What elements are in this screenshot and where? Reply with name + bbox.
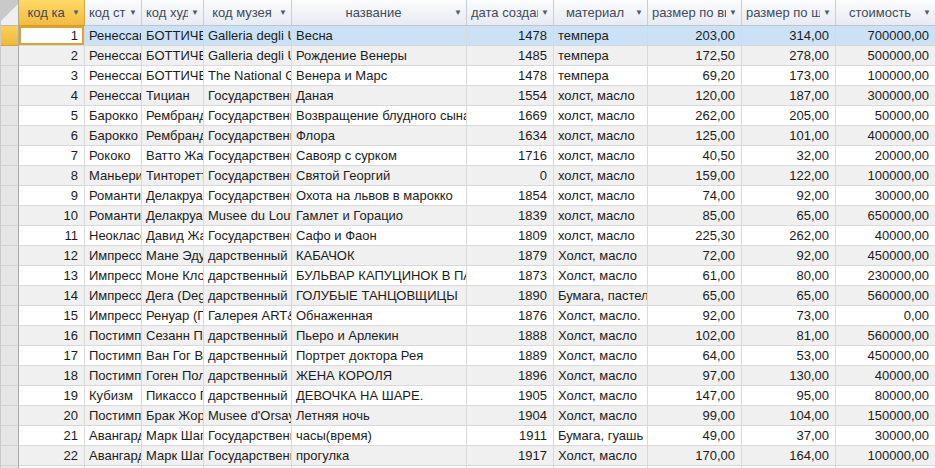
cell-material[interactable]: холст, масло	[554, 166, 648, 186]
column-header-artist[interactable]: код худ▼	[142, 0, 204, 26]
row-selector[interactable]	[1, 346, 19, 366]
cell-year[interactable]: 1839	[467, 206, 554, 226]
cell-size_w[interactable]: 73,00	[742, 306, 836, 326]
cell-price[interactable]: 100000,00	[836, 66, 935, 86]
cell-year[interactable]: 1905	[467, 386, 554, 406]
cell-size_h[interactable]: 97,00	[648, 366, 742, 386]
filter-dropdown-icon[interactable]: ▼	[632, 9, 645, 17]
cell-museum[interactable]: дарственный	[204, 266, 292, 286]
cell-title[interactable]: ГОЛУБЫЕ ТАНЦОВЩИЦЫ	[292, 286, 467, 306]
row-selector[interactable]	[1, 126, 19, 146]
cell-price[interactable]: 100000,00	[836, 446, 935, 466]
cell-style[interactable]: Постимпрессионизм	[85, 366, 142, 386]
cell-artist[interactable]: Тинторетто	[142, 166, 204, 186]
cell-title[interactable]: Сафо и Фаон	[292, 226, 467, 246]
cell-year[interactable]: 1873	[467, 266, 554, 286]
cell-id[interactable]: 2	[19, 46, 85, 66]
cell-museum[interactable]: Государственный	[204, 126, 292, 146]
cell-id[interactable]: 12	[19, 246, 85, 266]
row-selector[interactable]	[1, 326, 19, 346]
row-selector[interactable]	[1, 166, 19, 186]
cell-size_h[interactable]: 49,00	[648, 426, 742, 446]
cell-size_w[interactable]: 205,00	[742, 106, 836, 126]
cell-style[interactable]: Романтизм	[85, 186, 142, 206]
cell-id[interactable]: 11	[19, 226, 85, 246]
cell-size_w[interactable]: 173,00	[742, 66, 836, 86]
cell-material[interactable]: холст, масло	[554, 226, 648, 246]
filter-dropdown-icon[interactable]: ▼	[69, 9, 82, 17]
cell-title[interactable]: Возвращение блудного сына	[292, 106, 467, 126]
cell-material[interactable]: Холст, масло.	[554, 306, 648, 326]
cell-style[interactable]: Ренессанс	[85, 26, 142, 46]
cell-artist[interactable]: Мане Эдуард	[142, 246, 204, 266]
cell-museum[interactable]: дарственный	[204, 346, 292, 366]
cell-size_w[interactable]: 104,00	[742, 406, 836, 426]
cell-material[interactable]: Холст, масло	[554, 406, 648, 426]
cell-id[interactable]: 18	[19, 366, 85, 386]
filter-dropdown-icon[interactable]: ▼	[276, 9, 289, 17]
cell-year[interactable]: 1716	[467, 146, 554, 166]
cell-price[interactable]: 20000,00	[836, 146, 935, 166]
cell-year[interactable]: 1485	[467, 46, 554, 66]
cell-price[interactable]: 500000,00	[836, 46, 935, 66]
cell-style[interactable]: Ренессанс	[85, 66, 142, 86]
cell-size_h[interactable]: 65,00	[648, 286, 742, 306]
cell-price[interactable]: 560000,00	[836, 286, 935, 306]
cell-id[interactable]: 1	[19, 26, 85, 46]
cell-year[interactable]: 1809	[467, 226, 554, 246]
cell-material[interactable]: холст, масло	[554, 126, 648, 146]
cell-museum[interactable]: Государственный	[204, 446, 292, 466]
cell-material[interactable]: холст, масло	[554, 146, 648, 166]
cell-title[interactable]: КАБАЧОК	[292, 246, 467, 266]
cell-artist[interactable]: Ван Гог Винсент	[142, 346, 204, 366]
cell-size_w[interactable]: 53,00	[742, 346, 836, 366]
cell-year[interactable]: 1890	[467, 286, 554, 306]
row-selector[interactable]	[1, 426, 19, 446]
cell-price[interactable]: 150000,00	[836, 406, 935, 426]
cell-style[interactable]: Рококо	[85, 146, 142, 166]
cell-museum[interactable]: Галерея ART&	[204, 306, 292, 326]
cell-artist[interactable]: Ватто Жан	[142, 146, 204, 166]
cell-price[interactable]: 450000,00	[836, 246, 935, 266]
cell-title[interactable]: Флора	[292, 126, 467, 146]
cell-museum[interactable]: Государственный	[204, 226, 292, 246]
column-header-year[interactable]: дата создания▼	[467, 0, 554, 26]
cell-size_w[interactable]: 92,00	[742, 186, 836, 206]
cell-price[interactable]: 450000,00	[836, 346, 935, 366]
cell-year[interactable]: 1904	[467, 406, 554, 426]
cell-size_h[interactable]: 225,30	[648, 226, 742, 246]
cell-size_h[interactable]: 72,00	[648, 246, 742, 266]
cell-size_w[interactable]: 164,00	[742, 446, 836, 466]
cell-title[interactable]: Портрет доктора Рея	[292, 346, 467, 366]
cell-year[interactable]: 1669	[467, 106, 554, 126]
cell-size_w[interactable]: 65,00	[742, 206, 836, 226]
row-selector[interactable]	[1, 46, 19, 66]
cell-size_h[interactable]: 61,00	[648, 266, 742, 286]
cell-material[interactable]: холст, масло	[554, 86, 648, 106]
cell-material[interactable]: Холст, масло	[554, 346, 648, 366]
cell-id[interactable]: 21	[19, 426, 85, 446]
cell-size_w[interactable]: 92,00	[742, 246, 836, 266]
cell-id[interactable]: 7	[19, 146, 85, 166]
column-header-size_w[interactable]: размер по ширине▼	[742, 0, 836, 26]
cell-year[interactable]: 1478	[467, 66, 554, 86]
cell-museum[interactable]: Государственный	[204, 166, 292, 186]
cell-year[interactable]: 1478	[467, 26, 554, 46]
cell-style[interactable]: Авангард	[85, 426, 142, 446]
filter-dropdown-icon[interactable]: ▼	[451, 9, 464, 17]
cell-id[interactable]: 5	[19, 106, 85, 126]
cell-artist[interactable]: Брак Жорж	[142, 406, 204, 426]
cell-artist[interactable]: Делакруа	[142, 206, 204, 226]
row-selector[interactable]	[1, 26, 19, 46]
row-selector[interactable]	[1, 386, 19, 406]
cell-size_w[interactable]: 32,00	[742, 146, 836, 166]
cell-material[interactable]: Холст, масло	[554, 366, 648, 386]
cell-artist[interactable]: БОТТИЧЕЛЛИ	[142, 26, 204, 46]
cell-artist[interactable]: Ренуар (Пьер)	[142, 306, 204, 326]
cell-artist[interactable]: Делакруа	[142, 186, 204, 206]
cell-year[interactable]: 1917	[467, 446, 554, 466]
filter-dropdown-icon[interactable]: ▼	[726, 9, 739, 17]
cell-id[interactable]: 19	[19, 386, 85, 406]
cell-size_h[interactable]: 262,00	[648, 106, 742, 126]
cell-title[interactable]: Летняя ночь	[292, 406, 467, 426]
